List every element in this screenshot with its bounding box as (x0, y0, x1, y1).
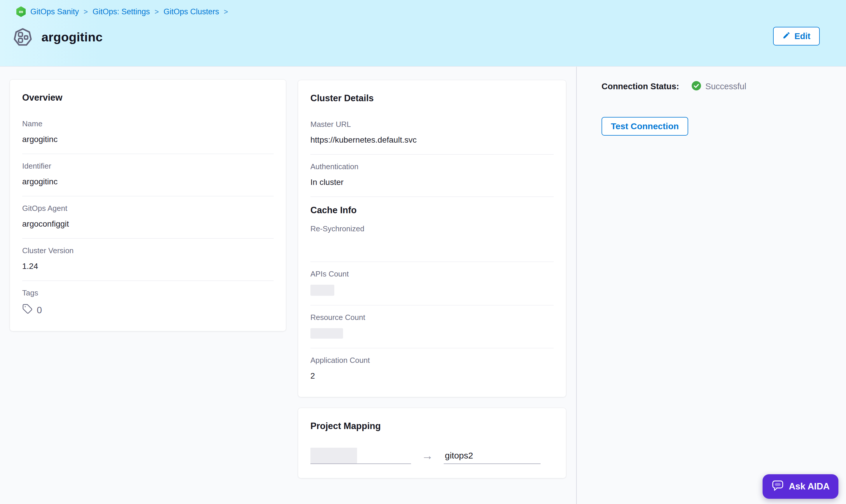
project-mapping-heading: Project Mapping (310, 421, 554, 431)
panel-divider (576, 67, 577, 504)
field-value: argoconfiggit (22, 219, 274, 229)
page-header: ∞ GitOps Sanity > GitOps: Settings > Git… (0, 0, 846, 67)
edit-button-label: Edit (794, 32, 810, 41)
cluster-field-authentication: Authentication In cluster (310, 155, 554, 197)
field-label: Authentication (310, 162, 554, 171)
field-label: Re-Sychronized (310, 224, 554, 233)
overview-field-name: Name argogitinc (22, 112, 274, 154)
field-value: 2 (310, 371, 554, 381)
field-value: argogitinc (22, 134, 274, 144)
svg-text:∞: ∞ (19, 8, 23, 15)
cache-field-apis-count: APIs Count (310, 262, 554, 305)
mapping-source-field (310, 448, 411, 464)
field-value: argogitinc (22, 177, 274, 187)
field-label: Name (22, 119, 274, 128)
overview-field-tags: Tags 0 (22, 281, 274, 326)
overview-heading: Overview (22, 92, 274, 103)
overview-field-agent: GitOps Agent argoconfiggit (22, 196, 274, 238)
page-title: argogitinc (41, 28, 103, 47)
field-label: GitOps Agent (22, 204, 274, 213)
test-connection-button[interactable]: Test Connection (601, 117, 688, 136)
cluster-field-master-url: Master URL https://kubernetes.default.sv… (310, 112, 554, 155)
ask-aida-button[interactable]: Ask AIDA (762, 474, 839, 499)
cache-field-resynchronized: Re-Sychronized (310, 217, 554, 262)
overview-card: Overview Name argogitinc Identifier argo… (10, 79, 286, 331)
loading-skeleton (310, 328, 343, 339)
pencil-icon (782, 31, 791, 41)
connection-status-row: Connection Status: Successful (601, 81, 746, 92)
field-label: Cluster Version (22, 246, 274, 255)
field-value-empty (310, 239, 554, 252)
test-connection-label: Test Connection (611, 121, 679, 131)
cluster-details-heading: Cluster Details (310, 93, 554, 104)
gitops-infinity-icon: ∞ (16, 6, 26, 17)
loading-skeleton (310, 448, 357, 464)
cache-field-resource-count: Resource Count (310, 305, 554, 348)
tags-badge: 0 (22, 304, 274, 317)
breadcrumb: ∞ GitOps Sanity > GitOps: Settings > Git… (16, 6, 229, 17)
ask-aida-label: Ask AIDA (789, 481, 830, 492)
breadcrumb-link-clusters[interactable]: GitOps Clusters (163, 7, 219, 17)
connection-status-badge: Successful (691, 81, 746, 92)
overview-field-identifier: Identifier argogitinc (22, 154, 274, 196)
breadcrumb-separator: > (154, 7, 160, 17)
breadcrumb-link-project[interactable]: GitOps Sanity (30, 7, 79, 17)
mapping-target-value: gitops2 (444, 451, 541, 464)
arrow-right-icon: → (421, 449, 433, 464)
loading-skeleton (310, 285, 334, 296)
field-value: 1.24 (22, 261, 274, 271)
check-circle-icon (691, 81, 701, 92)
field-value: https://kubernetes.default.svc (310, 135, 554, 145)
field-label: Identifier (22, 162, 274, 170)
cache-info-heading: Cache Info (310, 205, 554, 216)
main-content: Overview Name argogitinc Identifier argo… (0, 67, 846, 504)
cluster-heptagon-icon (14, 28, 32, 47)
project-mapping-card: Project Mapping → gitops2 (298, 408, 566, 478)
tag-icon (22, 304, 33, 317)
connection-status-value: Successful (705, 82, 746, 91)
tags-count: 0 (37, 305, 42, 316)
breadcrumb-separator: > (223, 7, 229, 17)
field-label: Master URL (310, 120, 554, 129)
field-label: Resource Count (310, 313, 554, 322)
field-label: Application Count (310, 356, 554, 364)
breadcrumb-separator: > (83, 7, 89, 17)
cache-field-application-count: Application Count 2 (310, 348, 554, 390)
field-label: Tags (22, 288, 274, 297)
edit-button[interactable]: Edit (773, 27, 820, 46)
chat-bubble-icon (771, 479, 784, 494)
project-mapping-row: → gitops2 (310, 448, 554, 464)
cluster-details-card: Cluster Details Master URL https://kuber… (298, 80, 566, 397)
field-label: APIs Count (310, 270, 554, 278)
breadcrumb-link-settings[interactable]: GitOps: Settings (92, 7, 150, 17)
connection-status-label: Connection Status: (601, 82, 679, 91)
overview-field-version: Cluster Version 1.24 (22, 238, 274, 281)
field-value: In cluster (310, 177, 554, 187)
